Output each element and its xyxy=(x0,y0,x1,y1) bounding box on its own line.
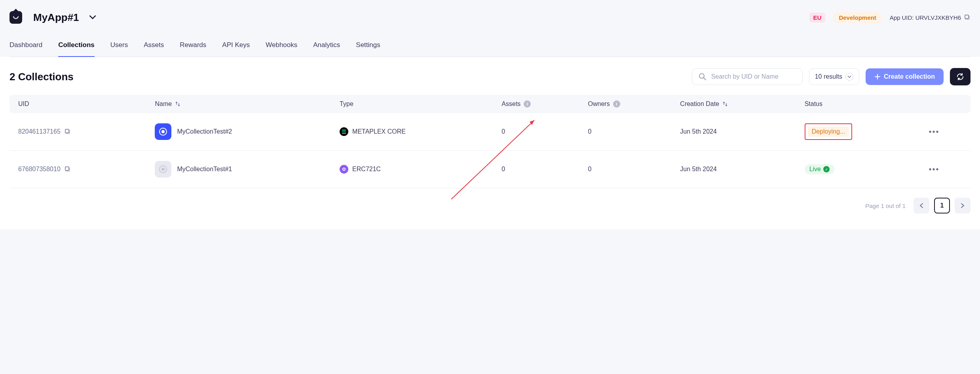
sort-icon xyxy=(175,101,180,107)
prev-page-button[interactable] xyxy=(914,198,929,213)
type-value: ERC721C xyxy=(352,166,381,173)
header-right: EU Development App UID: URVLVJXKBYH6 xyxy=(809,12,971,23)
search-box[interactable] xyxy=(692,68,803,85)
app-uid: App UID: URVLVJXKBYH6 xyxy=(890,14,971,21)
more-actions-button[interactable]: ••• xyxy=(929,165,939,174)
pagination: Page 1 out of 1 1 xyxy=(9,198,971,213)
svg-rect-10 xyxy=(342,130,346,130)
svg-rect-7 xyxy=(65,129,69,133)
col-creation-date[interactable]: Creation Date xyxy=(674,95,798,113)
tab-analytics[interactable]: Analytics xyxy=(313,40,340,57)
tab-assets[interactable]: Assets xyxy=(144,40,164,57)
create-button-label: Create collection xyxy=(884,73,935,80)
uid-value: 676807358010 xyxy=(18,166,61,173)
refresh-icon xyxy=(956,73,964,81)
tab-rewards[interactable]: Rewards xyxy=(180,40,206,57)
info-icon[interactable]: i xyxy=(524,100,531,108)
col-type: Type xyxy=(333,95,495,113)
col-status: Status xyxy=(798,95,923,113)
collection-name: MyCollectionTest#2 xyxy=(177,128,232,135)
assets-value: 0 xyxy=(501,128,505,135)
svg-rect-14 xyxy=(65,167,69,170)
svg-rect-12 xyxy=(342,133,346,134)
page-title: 2 Collections xyxy=(9,71,74,83)
environment-badge: Development xyxy=(833,12,881,23)
type-value: METAPLEX CORE xyxy=(352,128,406,135)
header-top: MyApp#1 EU Development App UID: URVLVJXK… xyxy=(9,11,971,24)
results-select[interactable]: 10 results xyxy=(809,68,859,85)
header-left: MyApp#1 xyxy=(9,11,96,24)
search-icon xyxy=(699,73,707,81)
more-actions-button[interactable]: ••• xyxy=(929,127,939,136)
collection-icon xyxy=(155,161,171,178)
col-name[interactable]: Name xyxy=(148,95,333,113)
content-actions: 10 results Create collection xyxy=(692,68,971,85)
svg-rect-11 xyxy=(342,131,346,132)
page-number[interactable]: 1 xyxy=(934,198,950,213)
svg-line-3 xyxy=(704,78,706,80)
create-collection-button[interactable]: Create collection xyxy=(866,68,944,85)
owners-value: 0 xyxy=(588,128,592,135)
svg-point-9 xyxy=(161,130,165,133)
svg-point-2 xyxy=(699,74,704,78)
status-badge: Live ✓ xyxy=(805,164,834,174)
copy-icon[interactable] xyxy=(65,128,71,135)
tab-api-keys[interactable]: API Keys xyxy=(222,40,250,57)
region-badge: EU xyxy=(809,13,826,23)
svg-point-16 xyxy=(161,168,165,171)
date-value: Jun 5th 2024 xyxy=(680,128,717,135)
chevron-down-icon xyxy=(89,15,96,19)
search-input[interactable] xyxy=(711,73,796,80)
assets-value: 0 xyxy=(501,166,505,172)
chain-icon xyxy=(340,127,348,136)
app-name: MyApp#1 xyxy=(33,11,79,24)
date-value: Jun 5th 2024 xyxy=(680,166,717,172)
collections-table: UID Name Type Assets i xyxy=(9,95,971,188)
collection-icon xyxy=(155,123,171,140)
tab-webhooks[interactable]: Webhooks xyxy=(266,40,297,57)
copy-icon[interactable] xyxy=(65,166,71,172)
status-badge: Deploying... xyxy=(808,127,849,137)
next-page-button[interactable] xyxy=(955,198,971,213)
col-assets: Assets i xyxy=(495,95,581,113)
tab-collections[interactable]: Collections xyxy=(58,40,95,57)
svg-rect-1 xyxy=(965,15,969,19)
info-icon[interactable]: i xyxy=(613,100,620,108)
chain-icon xyxy=(340,165,348,174)
tab-settings[interactable]: Settings xyxy=(356,40,380,57)
app-selector[interactable]: MyApp#1 xyxy=(33,11,96,24)
col-actions xyxy=(922,95,971,113)
content: 2 Collections 10 results Create collecti… xyxy=(0,57,980,229)
page-info: Page 1 out of 1 xyxy=(865,202,906,209)
app-uid-text: App UID: URVLVJXKBYH6 xyxy=(890,14,961,21)
plus-icon xyxy=(874,74,881,80)
table-row[interactable]: 820461137165 MyCollectionTest#2 xyxy=(9,113,971,151)
refresh-button[interactable] xyxy=(950,68,971,85)
col-uid: UID xyxy=(9,95,148,113)
col-owners: Owners i xyxy=(582,95,674,113)
uid-value: 820461137165 xyxy=(18,128,61,135)
sort-icon xyxy=(722,101,728,107)
table-row[interactable]: 676807358010 MyCollectionTest#1 xyxy=(9,151,971,188)
chevron-down-icon xyxy=(845,73,853,81)
results-select-label: 10 results xyxy=(815,73,842,80)
annotation-highlight: Deploying... xyxy=(805,123,853,140)
owners-value: 0 xyxy=(588,166,592,172)
copy-icon[interactable] xyxy=(964,14,971,21)
app-logo-icon xyxy=(9,11,22,24)
collection-name: MyCollectionTest#1 xyxy=(177,166,232,173)
content-header: 2 Collections 10 results Create collecti… xyxy=(9,68,971,85)
tab-users[interactable]: Users xyxy=(110,40,128,57)
header: MyApp#1 EU Development App UID: URVLVJXK… xyxy=(0,0,980,57)
check-icon: ✓ xyxy=(823,166,830,172)
tabs: Dashboard Collections Users Assets Rewar… xyxy=(9,40,971,57)
tab-dashboard[interactable]: Dashboard xyxy=(9,40,42,57)
